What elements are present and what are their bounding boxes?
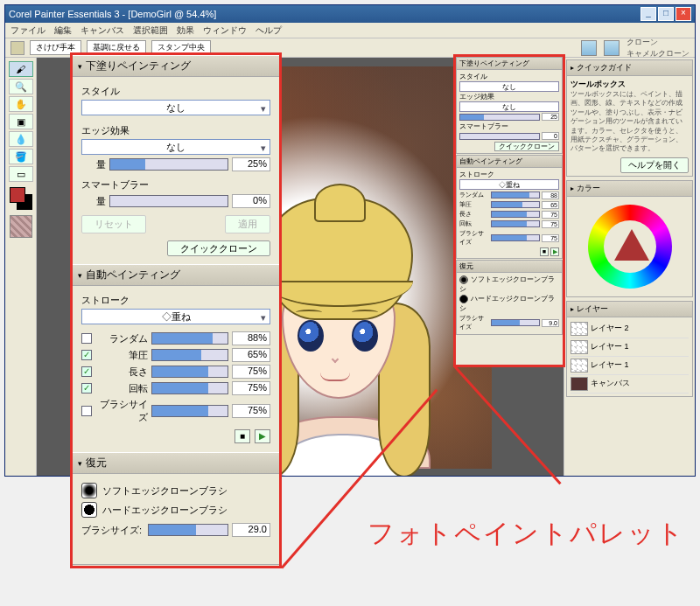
mini-random-slider[interactable] [491, 192, 540, 199]
eraser-tool[interactable]: ▭ [9, 166, 33, 182]
rotate-value: 75% [232, 381, 270, 395]
random-slider[interactable] [151, 332, 228, 345]
menu-file[interactable]: ファイル [10, 24, 46, 37]
menu-window[interactable]: ウィンドウ [203, 24, 247, 37]
tab-drawing[interactable]: さけび手本 [30, 40, 81, 55]
bucket-tool[interactable]: 🪣 [9, 149, 33, 164]
tab-base[interactable]: 基調に戻せる [87, 40, 146, 55]
close-button[interactable]: × [676, 7, 691, 21]
toolbox: 🖌 🔍 ✋ ▣ 💧 🪣 ▭ [5, 58, 37, 476]
underpaint-header[interactable]: ▾ 下塗りペインティング [73, 55, 279, 77]
mini-edge-select[interactable]: なし [459, 101, 559, 112]
paper-selector[interactable] [10, 215, 32, 238]
magnifier-icon: 🔍 [10, 80, 32, 94]
brushsize-label: ブラシサイズ: [81, 524, 144, 537]
mini-brushsize-slider[interactable] [491, 319, 540, 326]
mini-pressure-slider[interactable] [491, 201, 540, 208]
mini-soft-radio[interactable] [459, 275, 468, 284]
random-label: ランダム [95, 332, 148, 345]
soft-edge-radio[interactable] [81, 483, 97, 498]
mini-blur-label: スマートブラー [459, 122, 559, 131]
hard-edge-label: ハードエッジクローンブラシ [102, 504, 228, 517]
hard-edge-radio[interactable] [81, 502, 97, 518]
layer-row[interactable]: レイヤー 1 [570, 338, 689, 357]
length-label: 長さ [95, 366, 148, 379]
collapse-icon: ▾ [78, 271, 82, 280]
color-wheel[interactable] [588, 205, 672, 289]
play-button[interactable]: ▶ [255, 429, 270, 443]
edge-select[interactable]: なし [81, 139, 270, 155]
random-value: 88% [232, 331, 270, 345]
menu-canvas[interactable]: キャンバス [80, 24, 124, 37]
brushsize-value: 29.0 [232, 523, 270, 537]
size-label: ブラシサイズ [95, 398, 148, 424]
size-value: 75% [232, 404, 270, 418]
window-title: Corel Painter Essentials 3 - [DemoGirl @… [9, 9, 216, 19]
mini-size-slider[interactable] [491, 234, 540, 241]
layers-panel: ▸レイヤー レイヤー 2 レイヤー 1 レイヤー 1 キャンバス [566, 301, 693, 397]
blur-label: スマートブラー [81, 178, 270, 192]
crop-tool[interactable]: ▣ [9, 114, 33, 129]
size-checkbox[interactable] [81, 406, 92, 416]
brush-category-selector[interactable] [581, 40, 597, 56]
layer-row[interactable]: キャンバス [570, 375, 689, 394]
random-checkbox[interactable] [81, 333, 92, 344]
stroke-label: ストローク [81, 294, 270, 307]
menu-effect[interactable]: 効果 [177, 24, 194, 37]
crop-icon: ▣ [10, 115, 32, 129]
color-swatch[interactable] [10, 187, 32, 210]
length-slider[interactable] [151, 366, 228, 378]
amount-slider[interactable] [109, 158, 228, 171]
mini-blur-slider[interactable] [459, 133, 540, 140]
mini-style-select[interactable]: なし [459, 81, 559, 92]
pressure-checkbox[interactable] [81, 350, 92, 360]
amount-value: 25% [232, 157, 270, 171]
mini-style-label: スタイル [459, 72, 559, 81]
mini-hard-radio[interactable] [459, 295, 468, 303]
eraser-icon: ▭ [10, 167, 32, 181]
mini-length-slider[interactable] [491, 211, 540, 218]
magnifier-tool[interactable]: 🔍 [9, 79, 33, 94]
menu-help[interactable]: ヘルプ [256, 24, 282, 37]
style-select[interactable]: なし [81, 100, 270, 115]
mini-quickclone-button[interactable]: クイッククローン [494, 142, 559, 151]
mini-amount-slider[interactable] [459, 114, 540, 121]
dropper-icon: 💧 [10, 132, 32, 146]
edge-label: エッジ効果 [81, 124, 270, 137]
pressure-slider[interactable] [151, 349, 228, 361]
open-help-button[interactable]: ヘルプを開く [620, 157, 689, 173]
minimize-button[interactable]: _ [640, 7, 656, 21]
brush-variant-selector[interactable] [604, 40, 620, 56]
rotate-checkbox[interactable] [81, 383, 92, 394]
maximize-button[interactable]: □ [658, 7, 674, 21]
brush-tool[interactable]: 🖌 [9, 61, 33, 77]
blur-slider[interactable] [109, 195, 228, 207]
soft-edge-label: ソフトエッジクローンブラシ [102, 484, 228, 498]
length-checkbox[interactable] [81, 366, 92, 377]
tab-stamp[interactable]: スタンプ中央 [151, 40, 211, 55]
menu-edit[interactable]: 編集 [54, 24, 72, 37]
apply-button[interactable]: 適用 [225, 215, 270, 233]
reset-button[interactable]: リセット [81, 215, 146, 233]
menu-select[interactable]: 選択範囲 [133, 24, 168, 37]
home-icon[interactable] [10, 41, 24, 55]
blur-value: 0% [232, 194, 270, 208]
stop-button[interactable]: ■ [234, 429, 250, 443]
quick-clone-button[interactable]: クイッククローン [167, 240, 270, 256]
autopaint-header[interactable]: ▾ 自動ペインティング [73, 264, 279, 286]
brushsize-slider[interactable] [148, 524, 228, 536]
layer-row[interactable]: レイヤー 1 [570, 357, 689, 375]
mini-stop-button[interactable]: ■ [540, 247, 549, 256]
size-slider[interactable] [151, 405, 228, 417]
dropper-tool[interactable]: 💧 [9, 131, 33, 147]
help-panel-title: クイックガイド [577, 62, 632, 73]
mini-stroke-select[interactable]: ◇重ね [459, 179, 559, 190]
rotate-slider[interactable] [151, 382, 228, 394]
stroke-select[interactable]: ◇重ね [81, 309, 270, 324]
mini-rotate-slider[interactable] [491, 220, 540, 227]
restore-header[interactable]: ▾ 復元 [73, 452, 279, 474]
mini-play-button[interactable]: ▶ [550, 247, 559, 256]
layer-row[interactable]: レイヤー 2 [570, 320, 689, 338]
photo-paint-dock: 下塗りペインティング スタイル なし エッジ効果 なし 25 スマートブラー 0… [455, 56, 564, 366]
hand-tool[interactable]: ✋ [9, 96, 33, 112]
